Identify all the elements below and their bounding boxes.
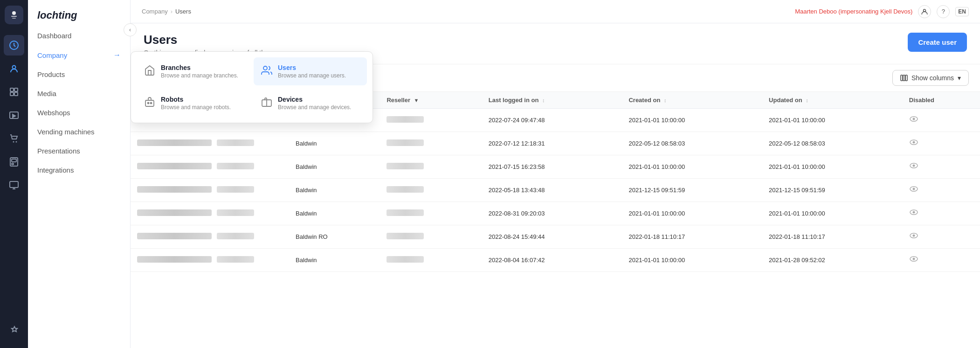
- updated-cell: 2021-01-28 09:52:02: [762, 249, 903, 272]
- svg-rect-7: [14, 88, 18, 91]
- help-icon[interactable]: ?: [937, 5, 950, 18]
- devices-title: Devices: [278, 96, 351, 103]
- updated-sort-icon: ↕: [806, 97, 808, 103]
- devices-icon: [261, 97, 272, 111]
- role-cell: Baldwin: [289, 179, 380, 202]
- role-cell: Baldwin: [289, 202, 380, 225]
- table-row: Baldwin 2022-05-18 13:43:48 2021-12-15 0…: [131, 179, 980, 202]
- view-row-icon[interactable]: [909, 163, 918, 172]
- chevron-down-icon: ▾: [958, 74, 961, 82]
- svg-rect-24: [903, 75, 905, 81]
- dropdown-devices[interactable]: Devices Browse and manage devices.: [254, 89, 367, 117]
- last-login-cell: 2022-08-04 16:07:42: [482, 249, 622, 272]
- view-row-icon[interactable]: [909, 256, 918, 265]
- media-nav-icon[interactable]: [4, 105, 24, 125]
- created-cell: 2022-05-12 08:58:03: [622, 132, 762, 155]
- updated-cell: 2022-01-18 11:10:17: [762, 225, 903, 249]
- reseller-value-blurred: [386, 209, 424, 216]
- reseller-value-blurred: [386, 256, 424, 263]
- disabled-cell: [903, 249, 980, 272]
- role-cell: Baldwin: [289, 155, 380, 179]
- last-login-cell: 2022-08-31 09:20:03: [482, 202, 622, 225]
- robots-subtitle: Browse and manage robots.: [161, 104, 231, 111]
- nav-item-webshops[interactable]: Webshops: [28, 103, 130, 122]
- nav-item-products[interactable]: Products: [28, 65, 130, 84]
- users-text: Users Browse and manage users.: [278, 64, 346, 79]
- user-name-blurred: [217, 209, 254, 216]
- nav-item-dashboard[interactable]: Dashboard: [28, 26, 130, 45]
- user-avatar-icon[interactable]: [918, 5, 931, 18]
- reseller-cell: [380, 202, 482, 225]
- nav-item-presentations[interactable]: Presentations: [28, 141, 130, 160]
- dashboard-nav-icon[interactable]: [4, 35, 24, 56]
- user-name-blurred: [217, 186, 254, 193]
- svg-point-39: [912, 258, 915, 260]
- integrations-nav-icon[interactable]: [4, 320, 24, 341]
- col-updated[interactable]: Updated on ↕: [762, 92, 903, 109]
- svg-rect-2: [11, 16, 17, 17]
- nav-item-company[interactable]: Company →: [28, 45, 130, 65]
- updated-cell: 2021-12-15 09:51:59: [762, 179, 903, 202]
- show-columns-button[interactable]: Show columns ▾: [892, 70, 969, 86]
- view-row-icon[interactable]: [909, 186, 918, 195]
- users-nav-icon[interactable]: [4, 58, 24, 79]
- reseller-cell: [380, 155, 482, 179]
- app-logo[interactable]: [5, 6, 23, 24]
- company-dropdown-menu: Branches Browse and manage branches. Use…: [131, 51, 373, 123]
- presentations-nav-icon[interactable]: [4, 175, 24, 195]
- view-row-icon[interactable]: [909, 116, 918, 125]
- disabled-cell: [903, 225, 980, 249]
- last-login-cell: 2022-08-24 15:49:44: [482, 225, 622, 249]
- reseller-value-blurred: [386, 233, 424, 239]
- col-created[interactable]: Created on ↕: [622, 92, 762, 109]
- col-disabled: Disabled: [903, 92, 980, 109]
- reseller-filter-icon[interactable]: ▼: [414, 97, 419, 103]
- main-content: Company › Users Maarten Deboo (impersona…: [131, 0, 980, 348]
- user-avatar-blurred: [137, 186, 212, 193]
- dropdown-branches[interactable]: Branches Browse and manage branches.: [137, 57, 250, 85]
- vending-nav-icon[interactable]: [4, 152, 24, 172]
- updated-cell: 2022-05-12 08:58:03: [762, 132, 903, 155]
- view-row-icon[interactable]: [909, 139, 918, 149]
- svg-point-20: [148, 103, 149, 104]
- webshop-nav-icon[interactable]: [4, 128, 24, 149]
- page-header: Users On this page you find an overview …: [131, 23, 980, 64]
- user-name-blurred: [217, 163, 254, 169]
- svg-rect-14: [12, 159, 16, 162]
- reseller-cell: [380, 132, 482, 155]
- users-icon: [261, 65, 272, 79]
- nav-item-vending[interactable]: Vending machines: [28, 122, 130, 141]
- breadcrumb-current: Users: [175, 8, 191, 15]
- user-info-cell: [131, 155, 289, 179]
- reseller-value-blurred: [386, 116, 424, 123]
- svg-rect-3: [12, 18, 16, 19]
- col-last-login[interactable]: Last logged in on ↕: [482, 92, 622, 109]
- svg-rect-8: [10, 92, 14, 96]
- devices-text: Devices Browse and manage devices.: [278, 96, 351, 111]
- collapse-button[interactable]: ‹: [124, 23, 137, 36]
- robots-title: Robots: [161, 96, 231, 103]
- reseller-cell: [380, 109, 482, 132]
- dropdown-users[interactable]: Users Browse and manage users.: [254, 57, 367, 85]
- last-login-cell: 2022-05-18 13:43:48: [482, 179, 622, 202]
- language-selector[interactable]: EN: [955, 7, 969, 16]
- left-navigation: lochting ‹ Dashboard Company → Products …: [28, 0, 131, 348]
- col-reseller[interactable]: Reseller ▼: [380, 92, 482, 109]
- created-cell: 2021-01-01 10:00:00: [622, 109, 762, 132]
- svg-point-18: [263, 66, 267, 70]
- table-row: Baldwin 2021-07-15 16:23:58 2021-01-01 1…: [131, 155, 980, 179]
- user-impersonation-label[interactable]: Maarten Deboo (impersonating Kjell Devos…: [795, 8, 912, 15]
- created-cell: 2021-01-01 10:00:00: [622, 202, 762, 225]
- user-info-cell: [131, 202, 289, 225]
- user-info-cell: [131, 225, 289, 249]
- created-cell: 2022-01-18 11:10:17: [622, 225, 762, 249]
- nav-item-integrations[interactable]: Integrations: [28, 160, 130, 180]
- inventory-nav-icon[interactable]: [4, 82, 24, 102]
- svg-point-27: [912, 118, 915, 120]
- view-row-icon[interactable]: [909, 233, 918, 242]
- create-user-button[interactable]: Create user: [908, 33, 967, 52]
- dropdown-robots[interactable]: Robots Browse and manage robots.: [137, 89, 250, 117]
- view-row-icon[interactable]: [909, 209, 918, 219]
- sidebar: [0, 0, 28, 348]
- nav-item-media[interactable]: Media: [28, 84, 130, 103]
